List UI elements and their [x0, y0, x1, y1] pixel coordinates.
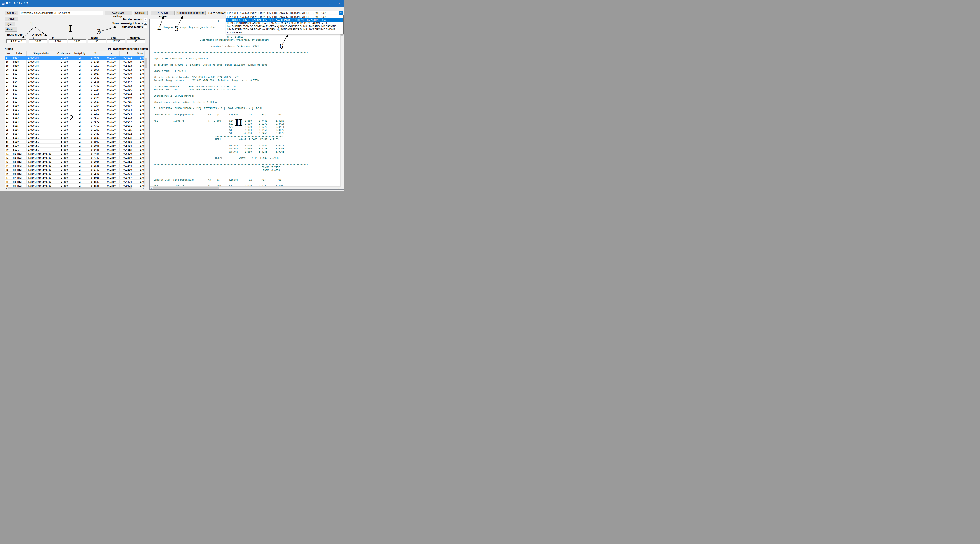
table-cell[interactable]: M6-M6a: [12, 172, 27, 176]
table-cell[interactable]: 0.500.Pb:0.500.Bi: [27, 164, 56, 168]
table-cell[interactable]: 3.000: [56, 84, 73, 88]
table-cell[interactable]: 0.7500: [103, 108, 119, 112]
table-cell[interactable]: 0.7500: [103, 92, 119, 96]
minimize-button[interactable]: —: [313, 0, 324, 7]
table-cell[interactable]: Bi13: [12, 116, 27, 120]
table-cell[interactable]: Bi14: [12, 120, 27, 124]
table-cell[interactable]: 2.500: [56, 176, 73, 180]
table-cell[interactable]: 2.500: [56, 172, 73, 176]
table-cell[interactable]: 3.000: [56, 108, 73, 112]
coordination-geometry-button[interactable]: Coordination geometry: [176, 11, 206, 15]
table-cell[interactable]: 0.2500: [103, 72, 119, 76]
dropdown-item[interactable]: IVa. DISTRIBUTION OF BOND VALENCES - sij…: [226, 25, 343, 28]
column-header[interactable]: No.: [5, 51, 12, 56]
table-cell[interactable]: Bi17: [12, 132, 27, 136]
table-cell[interactable]: 0.7500: [103, 60, 119, 64]
table-row[interactable]: 35Bi161.000.Bi3.00020.33010.75000.76551.…: [5, 128, 148, 132]
table-cell[interactable]: 28: [5, 100, 12, 104]
table-cell[interactable]: 0.1050: [87, 68, 103, 72]
table-cell[interactable]: 0.8012: [119, 132, 136, 136]
table-cell[interactable]: 3.000: [56, 132, 73, 136]
table-cell[interactable]: 22: [5, 76, 12, 80]
quit-button[interactable]: Quit: [5, 22, 15, 26]
table-cell[interactable]: Bi2: [12, 72, 27, 76]
table-cell[interactable]: 0.2443: [87, 132, 103, 136]
table-cell[interactable]: 2.500: [56, 164, 73, 168]
table-cell[interactable]: 1.000.Bi: [27, 128, 56, 132]
table-cell[interactable]: 1.000.Bi: [27, 88, 56, 92]
unit-cell-b-input[interactable]: [49, 39, 67, 43]
table-cell[interactable]: 1.000.Pb: [27, 64, 56, 68]
table-cell[interactable]: 2.000: [56, 60, 73, 64]
table-cell[interactable]: 0.7500: [103, 124, 119, 128]
table-cell[interactable]: 2: [73, 160, 87, 164]
table-row[interactable]: 25Bi61.000.Bi3.00020.31340.25000.10561.0…: [5, 88, 148, 92]
table-cell[interactable]: 43: [5, 160, 12, 164]
table-cell[interactable]: 2: [73, 108, 87, 112]
table-cell[interactable]: 29: [5, 104, 12, 108]
table-cell[interactable]: M4-M4a: [12, 164, 27, 168]
table-cell[interactable]: Bi11: [12, 108, 27, 112]
table-cell[interactable]: Bi16: [12, 128, 27, 132]
table-cell[interactable]: 0.2500: [103, 104, 119, 108]
column-header[interactable]: Y: [103, 51, 119, 56]
table-cell[interactable]: 27: [5, 96, 12, 100]
table-cell[interactable]: 0.2500: [103, 140, 119, 144]
table-cell[interactable]: 38: [5, 140, 12, 144]
table-cell[interactable]: 0.1176: [87, 108, 103, 112]
table-cell[interactable]: 0.3158: [87, 92, 103, 96]
table-cell[interactable]: 0.4450: [87, 152, 103, 156]
table-cell[interactable]: 0.7500: [103, 68, 119, 72]
table-row[interactable]: 23Bi41.000.Bi3.00020.35080.25000.64471.0…: [5, 80, 148, 84]
table-row[interactable]: 48M8-M8a0.500.Pb:0.500.Bi2.50020.38470.7…: [5, 180, 148, 184]
table-cell[interactable]: 3.000: [56, 104, 73, 108]
table-cell[interactable]: 2.500: [56, 152, 73, 156]
unit-cell-c-input[interactable]: [68, 39, 86, 43]
table-cell[interactable]: 0.500.Pb:0.500.Bi: [27, 152, 56, 156]
atoms-horizontal-scrollbar[interactable]: ◄ ►: [5, 187, 145, 190]
table-cell[interactable]: 0.7500: [103, 100, 119, 104]
table-row[interactable]: 18Pb181.000.Pb2.00020.17200.75000.73291.…: [5, 60, 148, 64]
table-cell[interactable]: 2: [73, 116, 87, 120]
chevron-down-icon[interactable]: ▼: [339, 11, 343, 15]
table-cell[interactable]: 31: [5, 112, 12, 116]
table-cell[interactable]: 0.7500: [103, 172, 119, 176]
file-path-input[interactable]: [20, 11, 103, 15]
table-cell[interactable]: 0.0304: [87, 104, 103, 108]
table-cell[interactable]: 1.000.Bi: [27, 140, 56, 144]
table-cell[interactable]: 40: [5, 148, 12, 152]
table-cell[interactable]: 0.3253: [87, 112, 103, 116]
atoms-vertical-scrollbar[interactable]: ▲ ▼: [145, 51, 148, 187]
checkbox[interactable]: [144, 26, 147, 29]
table-row[interactable]: 19Pb191.000.Pb2.00020.02610.75000.58931.…: [5, 64, 148, 68]
table-cell[interactable]: 0.500.Pb:0.500.Bi: [27, 168, 56, 172]
table-cell[interactable]: 1.000.Bi: [27, 120, 56, 124]
table-cell[interactable]: 2: [73, 80, 87, 84]
table-cell[interactable]: 3.000: [56, 88, 73, 92]
table-cell[interactable]: 2: [73, 100, 87, 104]
titlebar[interactable]: ▦ E C o N 21 v. 1.7 — ▢ ✕: [0, 0, 344, 7]
table-cell[interactable]: 1.000.Bi: [27, 108, 56, 112]
dropdown-item[interactable]: I. POLYHEDRA, SUBPOLYHEDRA - HSPj, DISTA…: [226, 15, 343, 18]
table-cell[interactable]: 0.9101: [119, 124, 136, 128]
table-cell[interactable]: 0.2500: [103, 168, 119, 172]
table-cell[interactable]: 0.3134: [87, 88, 103, 92]
table-cell[interactable]: 0.5594: [119, 144, 136, 148]
table-cell[interactable]: 1.000.Pb: [27, 56, 56, 60]
table-cell[interactable]: 3.000: [56, 128, 73, 132]
table-cell[interactable]: 3.000: [56, 96, 73, 100]
table-cell[interactable]: 36: [5, 132, 12, 136]
table-cell[interactable]: 0.3301: [87, 128, 103, 132]
table-cell[interactable]: 0.1098: [87, 144, 103, 148]
table-cell[interactable]: 0.1552: [119, 160, 136, 164]
table-cell[interactable]: Pb19: [12, 64, 27, 68]
table-row[interactable]: 41M1-M1a0.500.Pb:0.500.Bi2.50020.44500.7…: [5, 152, 148, 156]
table-row[interactable]: 39Bi201.000.Bi3.00020.10980.25000.55941.…: [5, 144, 148, 148]
scrollbar-thumb[interactable]: [145, 58, 147, 69]
table-cell[interactable]: Bi1: [12, 68, 27, 72]
table-row[interactable]: 27Bi81.000.Bi3.00020.14740.25000.93491.0…: [5, 96, 148, 100]
table-cell[interactable]: 2: [73, 72, 87, 76]
table-row[interactable]: 42M2-M2a0.500.Pb:0.500.Bi2.50020.47510.2…: [5, 156, 148, 160]
table-cell[interactable]: 0.2500: [103, 96, 119, 100]
table-cell[interactable]: 1.000.Bi: [27, 80, 56, 84]
